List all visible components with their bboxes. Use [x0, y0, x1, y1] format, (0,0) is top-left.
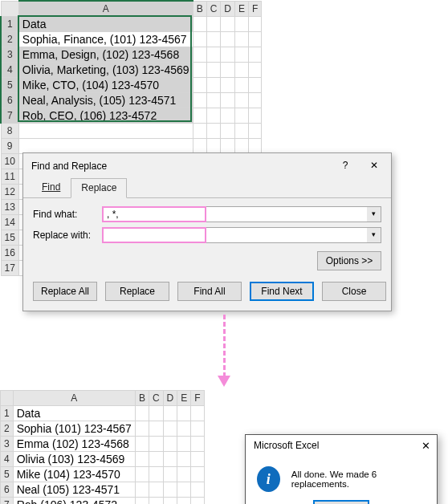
cell[interactable]: Olivia, Marketing, (103) 123-4569: [18, 62, 193, 77]
cell[interactable]: [221, 108, 235, 123]
cell[interactable]: [191, 467, 204, 482]
row-header[interactable]: 5: [1, 467, 14, 482]
column-header[interactable]: A: [13, 391, 135, 406]
row-header[interactable]: 17: [1, 260, 18, 275]
cell[interactable]: [235, 62, 249, 77]
cell[interactable]: [177, 406, 191, 421]
cell[interactable]: [249, 92, 262, 108]
cell[interactable]: [191, 421, 204, 437]
cell[interactable]: [18, 138, 193, 153]
cell[interactable]: [193, 31, 206, 47]
cell[interactable]: [249, 108, 262, 123]
cell[interactable]: Mike, CTO, (104) 123-4570: [18, 77, 193, 92]
row-header[interactable]: 2: [1, 421, 14, 437]
cell[interactable]: [221, 123, 235, 138]
row-header[interactable]: 8: [1, 123, 18, 138]
cell[interactable]: [221, 16, 235, 31]
column-header[interactable]: D: [163, 391, 177, 406]
cell[interactable]: [177, 421, 191, 437]
cell[interactable]: [135, 406, 149, 421]
replace-with-dropdown[interactable]: ▾: [367, 227, 381, 243]
row-header[interactable]: 4: [1, 62, 18, 77]
cell[interactable]: [249, 47, 262, 62]
cell[interactable]: [177, 482, 191, 498]
cell[interactable]: [221, 138, 235, 153]
column-header[interactable]: B: [135, 391, 149, 406]
cell[interactable]: [177, 467, 191, 482]
tab-find[interactable]: Find: [31, 177, 71, 197]
cell[interactable]: [191, 482, 204, 498]
row-header[interactable]: 7: [1, 108, 18, 123]
find-what-input[interactable]: [102, 206, 206, 222]
cell[interactable]: Mike (104) 123-4570: [13, 467, 135, 482]
cell[interactable]: [221, 62, 235, 77]
row-header[interactable]: 3: [1, 47, 18, 62]
dialog-close-button[interactable]: ✕: [364, 158, 385, 174]
row-header[interactable]: 2: [1, 31, 18, 47]
row-header[interactable]: 5: [1, 77, 18, 92]
row-header[interactable]: 14: [1, 214, 18, 230]
replace-all-button[interactable]: Replace All: [33, 282, 97, 301]
cell[interactable]: [163, 421, 177, 437]
row-header[interactable]: 13: [1, 199, 18, 214]
cell[interactable]: [235, 123, 249, 138]
column-header[interactable]: D: [221, 1, 235, 16]
column-header[interactable]: C: [149, 391, 163, 406]
spreadsheet-after[interactable]: ABCDEF1Data2Sophia (101) 123-45673Emma (…: [0, 390, 205, 504]
row-header[interactable]: 12: [1, 184, 18, 199]
column-header[interactable]: F: [191, 391, 204, 406]
cell[interactable]: [193, 108, 206, 123]
cell[interactable]: [163, 452, 177, 467]
cell[interactable]: [235, 138, 249, 153]
cell[interactable]: [249, 16, 262, 31]
cell[interactable]: [249, 77, 262, 92]
cell[interactable]: [206, 138, 221, 153]
cell[interactable]: Data: [13, 406, 135, 421]
cell[interactable]: [191, 406, 204, 421]
cell[interactable]: Emma, Design, (102) 123-4568: [18, 47, 193, 62]
cell[interactable]: Olivia (103) 123-4569: [13, 452, 135, 467]
cell[interactable]: [163, 467, 177, 482]
cell[interactable]: [206, 16, 221, 31]
replace-button[interactable]: Replace: [105, 282, 169, 301]
row-header[interactable]: 1: [1, 16, 18, 31]
row-header[interactable]: 3: [1, 437, 14, 452]
close-button[interactable]: Close: [322, 282, 386, 301]
row-header[interactable]: 4: [1, 452, 14, 467]
cell[interactable]: [163, 406, 177, 421]
cell[interactable]: [149, 482, 163, 498]
cell[interactable]: [149, 467, 163, 482]
row-header[interactable]: 6: [1, 482, 14, 498]
find-what-dropdown[interactable]: ▾: [367, 206, 381, 222]
cell[interactable]: [163, 498, 177, 505]
cell[interactable]: [149, 406, 163, 421]
cell[interactable]: [177, 498, 191, 505]
help-button[interactable]: ?: [335, 158, 356, 174]
cell[interactable]: [193, 123, 206, 138]
cell[interactable]: [206, 31, 221, 47]
row-header[interactable]: 9: [1, 138, 18, 153]
cell[interactable]: [235, 47, 249, 62]
cell[interactable]: [221, 77, 235, 92]
row-header[interactable]: 7: [1, 498, 14, 505]
column-header[interactable]: C: [206, 1, 221, 16]
cell[interactable]: [135, 498, 149, 505]
cell[interactable]: [177, 452, 191, 467]
row-header[interactable]: 1: [1, 406, 14, 421]
dialog-titlebar[interactable]: Find and Replace ? ✕: [23, 153, 391, 177]
cell[interactable]: [163, 482, 177, 498]
cell[interactable]: [135, 421, 149, 437]
cell[interactable]: Sophia, Finance, (101) 123-4567: [18, 31, 193, 47]
find-all-button[interactable]: Find All: [177, 282, 242, 301]
cell[interactable]: [193, 47, 206, 62]
cell[interactable]: [135, 452, 149, 467]
cell[interactable]: [193, 62, 206, 77]
cell[interactable]: [221, 92, 235, 108]
row-header[interactable]: 16: [1, 245, 18, 260]
row-header[interactable]: 6: [1, 92, 18, 108]
cell[interactable]: [235, 108, 249, 123]
cell[interactable]: Neal, Analysis, (105) 123-4571: [18, 92, 193, 108]
cell[interactable]: [249, 123, 262, 138]
cell[interactable]: [135, 482, 149, 498]
messagebox-close-button[interactable]: ✕: [422, 440, 430, 452]
